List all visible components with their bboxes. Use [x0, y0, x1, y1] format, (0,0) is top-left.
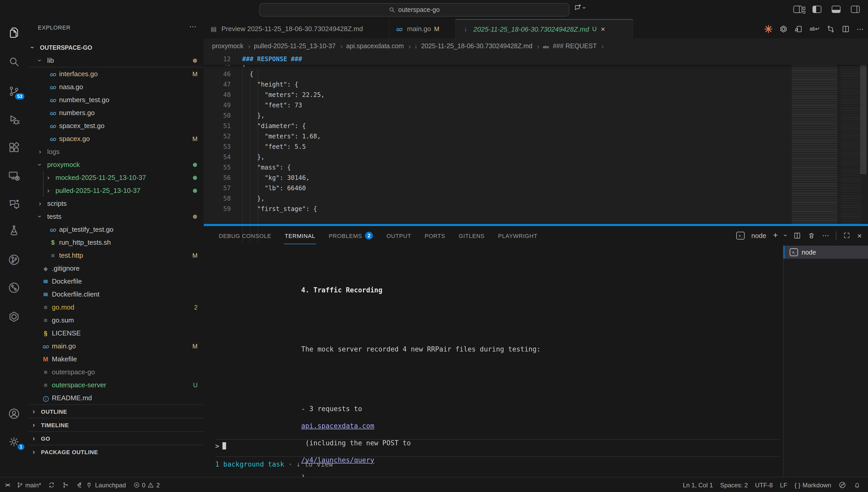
panel-tab[interactable]: TERMINAL — [284, 226, 316, 244]
commit-graph-icon[interactable] — [8, 281, 20, 294]
cursor-position[interactable]: Ln 1, Col 1 — [683, 482, 713, 489]
eol-sequence[interactable]: LF — [780, 482, 787, 489]
explorer-item[interactable]: scripts — [28, 197, 204, 210]
explorer-item[interactable]: lib — [28, 54, 204, 67]
openai-icon[interactable] — [8, 311, 20, 323]
customize-layout-icon[interactable] — [793, 6, 802, 13]
git-branch-item[interactable]: main* — [16, 482, 41, 489]
editor-tab[interactable]: Preview 2025-11-25_18-06-30.730249428Z.m… — [204, 19, 390, 39]
openai-icon[interactable] — [779, 25, 788, 33]
terminal-profile-chevron-icon[interactable]: › — [782, 234, 789, 237]
background-task-bar[interactable]: 1 background task · ↓ to view — [215, 460, 333, 468]
testing-icon[interactable] — [8, 224, 20, 237]
explorer-item[interactable]: nasa.go — [28, 80, 204, 93]
sync-icon[interactable] — [48, 482, 55, 488]
panel-tab[interactable]: PORTS — [424, 226, 446, 244]
explorer-item[interactable]: numbers.go — [28, 106, 204, 119]
explorer-item[interactable]: run_http_tests.sh — [28, 236, 204, 249]
claude-icon[interactable] — [765, 25, 773, 33]
run-debug-icon[interactable] — [8, 114, 20, 126]
explorer-item[interactable]: numbers_test.go — [28, 93, 204, 106]
panel-resize-sash[interactable] — [204, 224, 868, 226]
explorer-item[interactable]: README.md — [28, 391, 204, 404]
settings-gear-icon[interactable]: 1 — [8, 436, 20, 448]
remote-indicator[interactable]: >< — [5, 482, 9, 488]
indentation[interactable]: Spaces: 2 — [720, 482, 748, 489]
sidebar-section-header[interactable]: TIMELINE — [28, 418, 204, 431]
traffic-zoom-button[interactable] — [31, 6, 37, 13]
explorer-item[interactable]: spacex_test.go — [28, 119, 204, 132]
sidebar-section-header[interactable]: OUTLINE — [28, 404, 204, 418]
terminal-list-item[interactable]: >_ node — [784, 246, 868, 259]
extensions-icon[interactable] — [8, 142, 20, 154]
explorer-item[interactable]: .gitignore — [28, 262, 204, 275]
explorer-item[interactable]: Dockerfile.client — [28, 288, 204, 301]
more-actions-icon[interactable]: ⋯ — [822, 231, 829, 240]
breadcrumb-item[interactable]: proxymock › — [212, 42, 253, 50]
word-wrap-icon[interactable]: ab↵ — [810, 26, 820, 32]
editor-scrollbar[interactable] — [860, 54, 866, 174]
panel-tab[interactable]: PROBLEMS 2 — [328, 226, 374, 244]
explorer-item[interactable]: mocked-2025-11-25_13-10-37 — [28, 171, 204, 184]
toggle-secondary-sidebar-icon[interactable] — [851, 6, 860, 13]
explorer-item[interactable]: main.go M — [28, 340, 204, 352]
explorer-item[interactable]: Makefile — [28, 352, 204, 366]
panel-tab[interactable]: GITLENS — [458, 226, 485, 244]
maximize-panel-icon[interactable] — [843, 232, 850, 239]
launchpad-item[interactable]: Launchpad — [76, 482, 126, 489]
close-panel-icon[interactable]: × — [857, 231, 862, 240]
explorer-item[interactable]: spacex.go M — [28, 132, 204, 145]
open-preview-icon[interactable] — [795, 25, 803, 33]
copilot-disabled-icon[interactable] — [839, 481, 846, 489]
explorer-item[interactable]: go.sum — [28, 314, 204, 327]
language-mode[interactable]: { } Markdown — [795, 482, 831, 489]
panel-tab[interactable]: PLAYWRIGHT — [497, 226, 538, 244]
toggle-sidebar-icon[interactable] — [813, 6, 821, 13]
encoding[interactable]: UTF-8 — [755, 482, 773, 489]
breadcrumb-item[interactable]: pulled-2025-11-25_13-10-37 › — [254, 42, 345, 50]
editor-tab[interactable]: main.go M — [390, 19, 456, 39]
accounts-icon[interactable] — [8, 408, 20, 420]
command-center-search[interactable]: outerspace-go — [259, 3, 569, 17]
notifications-bell-icon[interactable] — [853, 482, 861, 489]
graph-icon[interactable] — [63, 482, 69, 488]
minimap[interactable] — [792, 56, 837, 241]
explorer-item[interactable]: proxymock — [28, 158, 204, 171]
explorer-item[interactable]: tests — [28, 210, 204, 223]
explorer-item[interactable]: Dockerfile — [28, 275, 204, 288]
explorer-item[interactable]: outerspace-go — [28, 366, 204, 378]
search-icon[interactable] — [8, 55, 20, 68]
more-actions-icon[interactable]: ⋯ — [857, 25, 864, 33]
split-editor-icon[interactable] — [842, 25, 850, 33]
explorer-item[interactable]: go.mod 2 — [28, 301, 204, 314]
explorer-item[interactable]: outerspace-server U — [28, 378, 204, 391]
chat-icon[interactable] — [8, 198, 20, 211]
kill-terminal-trash-icon[interactable] — [808, 231, 815, 239]
gitlens-icon[interactable] — [8, 253, 20, 266]
breadcrumb-item[interactable]: 2025-11-25_18-06-30.730249428Z.md › — [414, 42, 542, 50]
copilot-chat-button[interactable]: › — [573, 4, 586, 11]
breadcrumb-item[interactable]: ### REQUEST › — [543, 42, 606, 50]
toggle-panel-icon[interactable] — [832, 6, 841, 13]
breadcrumb-item[interactable]: api.spacexdata.com › — [346, 42, 413, 50]
explorer-item[interactable]: logs — [28, 145, 204, 158]
source-control-icon[interactable]: 53 — [8, 85, 20, 97]
tab-close-icon[interactable]: × — [601, 25, 605, 33]
explorer-item[interactable]: pulled-2025-11-25_13-10-37 — [28, 184, 204, 197]
remote-explorer-icon[interactable] — [8, 170, 20, 182]
explorer-item[interactable]: LICENSE — [28, 327, 204, 340]
panel-tab[interactable]: DEBUG CONSOLE — [218, 226, 272, 244]
traffic-minimize-button[interactable] — [20, 6, 26, 13]
compare-changes-icon[interactable] — [826, 25, 835, 33]
split-terminal-icon[interactable] — [793, 231, 801, 239]
sticky-scroll-line[interactable]: 12 ### RESPONSE ### — [204, 54, 868, 65]
terminal-prompt[interactable]: > — [215, 442, 226, 450]
editor-tab[interactable]: 2025-11-25_18-06-30.730249428Z.md U × — [456, 19, 633, 39]
explorer-item[interactable]: test.http M — [28, 249, 204, 262]
explorer-item[interactable]: api_testify_test.go — [28, 223, 204, 236]
editor-viewport[interactable]: 12 ### RESPONSE ### 45 [ 46 { — [204, 54, 868, 243]
explorer-item[interactable]: interfaces.go M — [28, 67, 204, 80]
explorer-icon[interactable] — [8, 26, 20, 39]
sidebar-section-header[interactable]: GO — [28, 431, 204, 445]
sidebar-section-header[interactable]: PACKAGE OUTLINE — [28, 445, 204, 458]
